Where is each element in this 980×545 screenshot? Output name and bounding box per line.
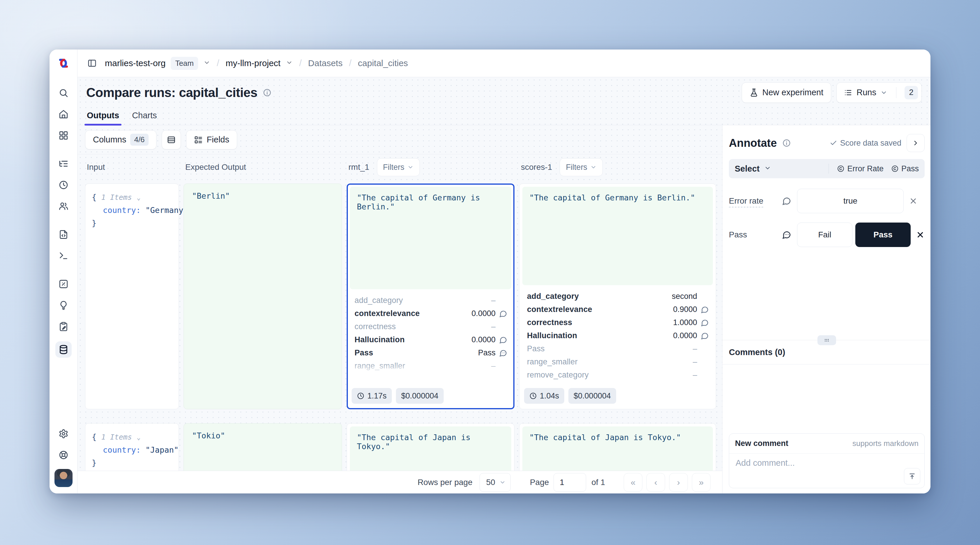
sidebar-item-support[interactable] <box>57 448 70 461</box>
chevron-down-icon <box>590 164 597 170</box>
chevrons-right-icon: » <box>699 477 704 487</box>
run2-output-cell[interactable]: "The capital of Germany is Berlin." add_… <box>519 184 716 409</box>
runs-button[interactable]: Runs 2 <box>836 83 922 103</box>
new-experiment-button[interactable]: New experiment <box>742 83 831 103</box>
sidebar-item-datasets[interactable] <box>55 342 72 358</box>
sidebar-item-playground[interactable] <box>57 249 70 262</box>
submit-comment-button[interactable] <box>904 468 920 485</box>
json-key: country: <box>103 206 141 215</box>
sidebar-item-users[interactable] <box>57 200 70 213</box>
input-cell[interactable]: { 1 Items ⌄ country: "Japan" } <box>85 423 179 471</box>
score-row: add_category– <box>355 294 507 307</box>
breadcrumb-org[interactable]: marlies-test-org <box>105 58 165 68</box>
score-config-bar: Select Error Rate Pass <box>729 159 925 178</box>
sidebar-item-sessions[interactable] <box>57 178 70 191</box>
comment-bubble-icon[interactable] <box>701 305 709 314</box>
chevrons-left-icon: « <box>631 477 636 487</box>
chevron-down-icon[interactable] <box>764 165 771 173</box>
fail-option-button[interactable]: Fail <box>797 222 853 247</box>
breadcrumb-bar: marlies-test-org Team / my-llm-project /… <box>78 49 931 77</box>
score-row: contextrelevance0.0000 <box>355 307 507 320</box>
sidebar-item-settings[interactable] <box>57 427 70 440</box>
comment-bubble-icon[interactable] <box>499 349 507 357</box>
comment-bubble-icon[interactable] <box>499 310 507 318</box>
expected-output-cell[interactable]: "Berlin" <box>183 184 342 409</box>
info-icon[interactable] <box>782 139 791 148</box>
resize-drag-handle[interactable] <box>818 335 836 345</box>
chevron-down-icon[interactable]: ⌄ <box>137 434 140 441</box>
chevron-down-icon[interactable] <box>203 58 210 68</box>
chevron-down-icon[interactable]: ⌄ <box>137 194 140 201</box>
cost-badge: $0.000004 <box>568 388 616 404</box>
sidebar-item-prompts[interactable] <box>57 228 70 241</box>
rows-per-page-select[interactable]: 50 <box>479 473 511 492</box>
fields-button[interactable]: Fields <box>186 130 237 149</box>
json-items-label[interactable]: 1 Items <box>101 433 132 441</box>
breadcrumb-dataset-name[interactable]: capital_cities <box>358 58 408 68</box>
json-items-label[interactable]: 1 Items <box>101 193 132 202</box>
select-dropdown[interactable]: Select <box>735 164 759 173</box>
file-code-icon <box>59 230 68 240</box>
run-output-text: "The capital of Germany is Berlin." <box>522 187 713 285</box>
run1-output-cell[interactable]: "The capital of Japan is Tokyo." <box>347 423 514 471</box>
columns-button[interactable]: Columns 4/6 <box>85 130 156 149</box>
tab-charts[interactable]: Charts <box>132 111 157 125</box>
run2-output-cell[interactable]: "The capital of Japan is Tokyo." <box>519 423 716 471</box>
row-height-button[interactable] <box>162 130 181 149</box>
next-page-button[interactable]: › <box>669 473 688 492</box>
expand-panel-button[interactable] <box>907 134 925 152</box>
sidebar-item-tracing[interactable] <box>57 157 70 170</box>
score-list: add_categorysecond contextrelevance0.900… <box>522 285 713 381</box>
run1-output-cell-selected[interactable]: "The capital of Germany is Berlin." add_… <box>347 184 514 409</box>
sidebar-item-evaluation[interactable] <box>57 278 70 291</box>
breadcrumb-separator: / <box>348 58 353 68</box>
table-rows: { 1 Items ⌄ country: "Germany" } "Berlin… <box>78 180 722 471</box>
breadcrumb-project[interactable]: my-llm-project <box>226 58 280 68</box>
input-cell[interactable]: { 1 Items ⌄ country: "Germany" } <box>85 184 179 409</box>
tab-outputs[interactable]: Outputs <box>87 111 119 125</box>
rows-icon <box>167 135 176 144</box>
score-row: remove_category– <box>355 373 507 377</box>
expected-output-cell[interactable]: "Tokio" <box>183 423 342 471</box>
app-window: marlies-test-org Team / my-llm-project /… <box>49 49 931 493</box>
sidebar-item-home[interactable] <box>57 108 70 121</box>
comment-input[interactable] <box>733 456 921 486</box>
columns-label: Columns <box>93 135 126 145</box>
sidebar-item-dashboards[interactable] <box>57 129 70 142</box>
first-page-button[interactable]: « <box>624 473 642 492</box>
breadcrumb-separator: / <box>298 58 303 68</box>
comment-bubble-icon[interactable] <box>701 332 709 340</box>
comment-bubble-icon[interactable] <box>499 336 507 344</box>
comment-bubble-icon[interactable] <box>782 196 791 206</box>
save-status: Score data saved <box>830 139 901 148</box>
home-icon <box>59 109 68 119</box>
chevron-down-icon[interactable] <box>286 58 293 68</box>
sidebar-item-insights[interactable] <box>57 299 70 312</box>
column-header-expected-output: Expected Output <box>183 162 246 172</box>
error-rate-input[interactable] <box>797 189 904 213</box>
score-row: range_smaller– <box>527 355 709 369</box>
comment-bubble-icon[interactable] <box>782 230 791 240</box>
previous-page-button[interactable]: ‹ <box>646 473 665 492</box>
pass-option-button[interactable]: Pass <box>855 222 911 247</box>
last-page-button[interactable]: » <box>692 473 711 492</box>
score-list: add_category– contextrelevance0.0000 cor… <box>350 289 511 377</box>
page-number-input[interactable] <box>554 473 586 492</box>
table-row: { 1 Items ⌄ country: "Germany" } "Berlin… <box>85 184 722 409</box>
user-avatar[interactable] <box>54 469 73 487</box>
sidebar-item-search[interactable] <box>57 86 70 99</box>
breadcrumb-datasets[interactable]: Datasets <box>308 58 343 68</box>
clear-score-icon[interactable] <box>909 197 918 205</box>
table-row: { 1 Items ⌄ country: "Japan" } "Tokio" "… <box>85 423 722 471</box>
comment-bubble-icon[interactable] <box>701 319 709 327</box>
run2-filters-button[interactable]: Filters <box>560 158 603 176</box>
score-circle-icon <box>837 165 845 172</box>
collapse-sidebar-button[interactable] <box>86 57 98 69</box>
sidebar-item-annotation-queues[interactable] <box>57 320 70 333</box>
column-header-input: Input <box>85 162 105 172</box>
clipboard-pen-icon <box>59 322 68 332</box>
run1-filters-button[interactable]: Filters <box>377 158 420 176</box>
info-icon[interactable] <box>263 88 272 97</box>
annotate-title: Annotate <box>729 137 777 149</box>
clear-score-icon[interactable] <box>916 230 925 239</box>
